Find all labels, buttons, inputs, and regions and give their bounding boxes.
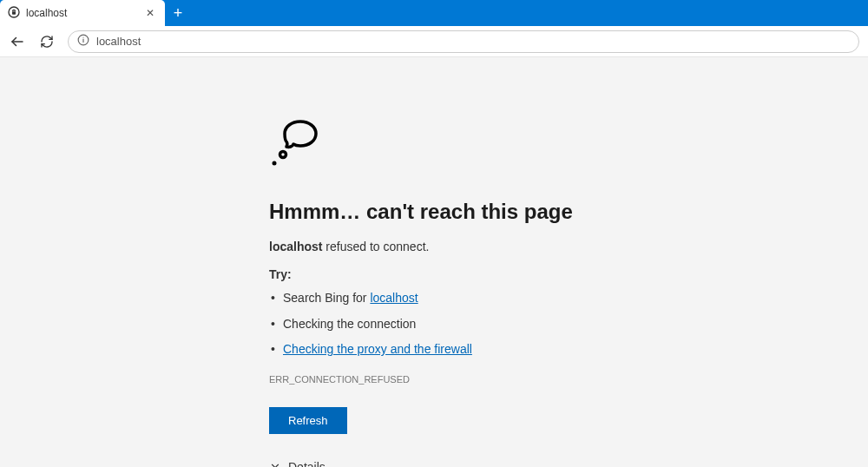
suggestion-item: Checking the connection: [269, 316, 599, 333]
error-subline: localhost refused to connect.: [269, 240, 599, 253]
suggestion-text: Checking the connection: [283, 317, 416, 331]
svg-point-6: [280, 152, 286, 158]
thought-bubble-icon: [269, 118, 599, 174]
browser-tab[interactable]: localhost ✕: [0, 0, 165, 26]
tab-title: localhost: [26, 7, 67, 19]
refresh-page-button[interactable]: Refresh: [269, 407, 347, 434]
proxy-firewall-link[interactable]: Checking the proxy and the firewall: [283, 342, 472, 356]
error-refused-suffix: refused to connect.: [322, 240, 429, 253]
error-headline: Hmmm… can't reach this page: [269, 200, 599, 224]
suggestion-item: Checking the proxy and the firewall: [269, 341, 599, 358]
suggestion-item: Search Bing for localhost: [269, 290, 599, 307]
toolbar: [0, 26, 868, 57]
details-label: Details: [288, 460, 326, 467]
error-content: Hmmm… can't reach this page localhost re…: [269, 118, 599, 467]
suggestion-list: Search Bing for localhost Checking the c…: [269, 290, 599, 358]
error-code: ERR_CONNECTION_REFUSED: [269, 374, 599, 385]
svg-point-7: [273, 161, 277, 166]
error-host: localhost: [269, 240, 322, 253]
svg-rect-1: [12, 11, 16, 14]
svg-point-5: [82, 36, 83, 37]
address-bar[interactable]: [68, 30, 859, 53]
back-button[interactable]: [9, 33, 26, 50]
site-lock-icon: [7, 5, 21, 22]
chevron-down-icon: [269, 460, 281, 467]
suggestion-text: Search Bing for: [283, 291, 370, 305]
error-page: Hmmm… can't reach this page localhost re…: [0, 57, 868, 467]
new-tab-button[interactable]: +: [165, 0, 191, 26]
title-bar: localhost ✕ +: [0, 0, 868, 26]
close-tab-button[interactable]: ✕: [142, 5, 158, 21]
details-toggle[interactable]: Details: [269, 460, 599, 467]
refresh-button[interactable]: [38, 33, 56, 50]
url-input[interactable]: [96, 35, 850, 48]
try-label: Try:: [269, 267, 599, 281]
search-bing-link[interactable]: localhost: [370, 291, 418, 305]
site-info-icon[interactable]: [77, 34, 89, 49]
